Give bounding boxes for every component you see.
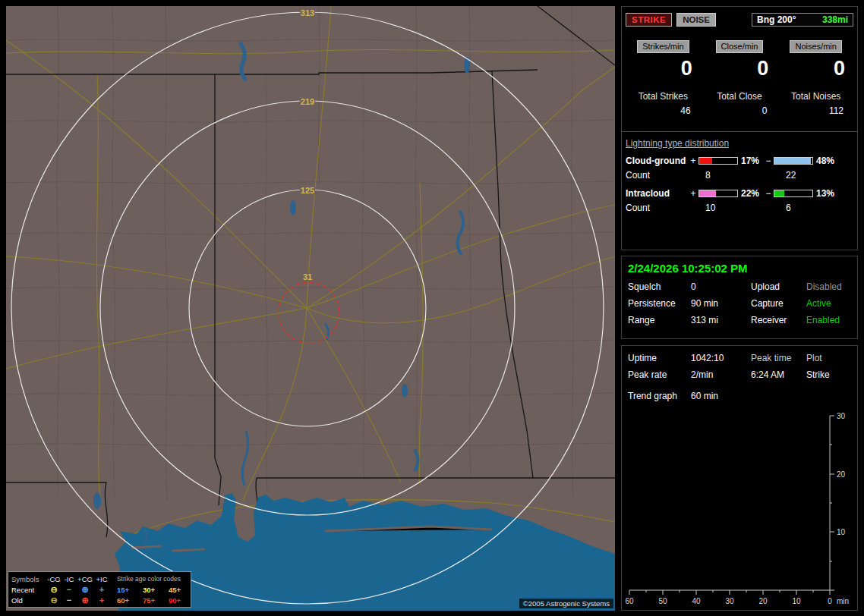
x-tick-60: 60 <box>625 597 634 605</box>
total-strikes-value: 46 <box>625 105 702 116</box>
y-tick-10: 10 <box>837 528 846 536</box>
pos-ic-recent-icon: + <box>93 586 110 594</box>
ic-minus-count: 6 <box>786 203 791 213</box>
uptime-row: Uptime 1042:10 Peak time Plot <box>628 353 851 363</box>
legend-label-old: Old <box>11 596 46 605</box>
y-tick-20: 20 <box>837 470 846 479</box>
capture-status: Active <box>806 298 851 309</box>
timestamp: 2/24/2026 10:25:02 PM <box>628 262 851 275</box>
receiver-label: Receiver <box>751 315 806 325</box>
cg-plus-bar <box>698 157 738 165</box>
cloud-ground-label: Cloud-ground <box>626 156 689 166</box>
trend-graph: 30 20 10 60 50 40 30 20 10 0 min <box>623 410 857 608</box>
cg-minus-count: 22 <box>786 170 796 181</box>
legend-row-old: Old ⊖ − ⊕ + 60+ 75+ 90+ <box>11 595 188 605</box>
legend-age-header: Strike age color codes <box>110 575 188 583</box>
ic-plus-count: 10 <box>705 203 715 213</box>
map-canvas: 313 219 125 31 <box>6 6 615 611</box>
noises-per-min-column: Noises/min 0 Total Noises 112 <box>777 39 854 116</box>
plot-label: Plot <box>806 353 851 363</box>
x-tick-30: 30 <box>725 597 734 605</box>
persistence-value: 90 min <box>691 298 751 309</box>
uptime-value: 1042:10 <box>691 353 751 363</box>
counters-section: STRIKE NOISE Bng 200° 338mi Strikes/min … <box>621 6 858 250</box>
neg-ic-old-icon: − <box>61 596 77 605</box>
total-strikes-label: Total Strikes <box>625 91 702 102</box>
noises-per-min-chip[interactable]: Noises/min <box>790 40 841 53</box>
total-close-label: Total Close <box>702 91 778 102</box>
noise-mode-button[interactable]: NOISE <box>676 13 716 27</box>
legend-age: 15+ <box>110 586 136 594</box>
upload-label: Upload <box>751 281 806 292</box>
persistence-label: Persistence <box>628 298 691 309</box>
ic-minus-bar <box>774 190 813 197</box>
ring-label-inner: 31 <box>303 272 312 281</box>
legend-age: 30+ <box>136 586 162 594</box>
total-noises-value: 112 <box>777 105 854 116</box>
x-tick-50: 50 <box>658 597 667 605</box>
section-divider <box>622 131 857 132</box>
peak-time-label: Peak time <box>751 353 806 363</box>
legend-age: 45+ <box>162 586 188 594</box>
legend-col-neg-cg: -CG <box>46 575 61 583</box>
total-close-value: 0 <box>702 105 778 116</box>
cg-minus-bar-fill <box>774 158 811 164</box>
intracloud-row: Intracloud + 22% − 13% <box>622 188 857 199</box>
trend-graph-row: Trend graph 60 min <box>628 391 851 401</box>
stats-panel: STRIKE NOISE Bng 200° 338mi Strikes/min … <box>621 6 858 611</box>
ic-plus-bar <box>698 190 738 197</box>
lightning-map[interactable]: 313 219 125 31 Symbols -CG -IC +CG +IC S… <box>6 6 615 611</box>
plus-sign: + <box>689 188 697 199</box>
legend-row-recent: Recent ⊖ − ⊕ + 15+ 30+ 45+ <box>11 584 188 595</box>
minus-sign: − <box>765 156 772 166</box>
cg-plus-bar-fill <box>699 158 712 164</box>
noises-per-min-value: 0 <box>777 58 854 79</box>
neg-cg-old-icon: ⊖ <box>46 596 61 605</box>
legend-age: 75+ <box>136 596 162 605</box>
x-axis-unit: min <box>837 597 849 605</box>
distribution-title: Lightning type distribution <box>626 138 853 149</box>
cloud-ground-counts: Count 8 22 <box>622 170 857 181</box>
plot-value: Strike <box>806 369 851 380</box>
peak-rate-label: Peak rate <box>628 369 691 380</box>
plus-sign: + <box>689 156 697 166</box>
count-label: Count <box>626 170 650 181</box>
peak-rate-value: 2/min <box>691 369 751 380</box>
bearing-value: 338mi <box>822 14 848 25</box>
bearing-display: Bng 200° 338mi <box>752 13 853 27</box>
pos-cg-old-icon: ⊕ <box>77 596 93 605</box>
total-noises-label: Total Noises <box>777 91 854 102</box>
ring-label-third: 219 <box>301 97 314 106</box>
strikes-per-min-chip[interactable]: Strikes/min <box>637 40 689 53</box>
close-per-min-value: 0 <box>702 58 778 79</box>
status-row: Squelch 0 Upload Disabled <box>628 281 851 292</box>
intracloud-label: Intracloud <box>626 188 689 199</box>
cg-plus-pct: 17% <box>739 156 765 166</box>
status-row: Persistence 90 min Capture Active <box>628 298 851 309</box>
legend-col-pos-cg: +CG <box>77 575 93 583</box>
legend-age: 90+ <box>162 596 188 605</box>
cloud-ground-row: Cloud-ground + 17% − 48% <box>622 156 857 166</box>
intracloud-counts: Count 10 6 <box>622 203 857 214</box>
strikes-per-min-value: 0 <box>625 58 702 79</box>
neg-ic-recent-icon: − <box>61 586 77 594</box>
x-tick-10: 10 <box>792 597 801 605</box>
ic-plus-bar-fill <box>699 190 716 196</box>
peak-time-value: 6:24 AM <box>751 369 806 380</box>
close-per-min-column: Close/min 0 Total Close 0 <box>702 39 778 116</box>
pos-cg-recent-icon: ⊕ <box>77 586 93 594</box>
legend-symbols-header: Symbols <box>11 575 46 583</box>
x-tick-40: 40 <box>692 597 701 605</box>
upload-status: Disabled <box>806 281 851 292</box>
ic-minus-pct: 13% <box>815 188 836 199</box>
minus-sign: − <box>765 188 772 199</box>
count-label: Count <box>626 203 650 213</box>
close-per-min-chip[interactable]: Close/min <box>716 40 764 53</box>
map-legend: Symbols -CG -IC +CG +IC Strike age color… <box>8 571 191 608</box>
legend-col-pos-ic: +IC <box>93 575 110 583</box>
peak-rate-row: Peak rate 2/min 6:24 AM Strike <box>628 369 851 380</box>
trend-axes <box>629 416 830 590</box>
trend-graph-window: 60 min <box>691 391 751 401</box>
strike-mode-button[interactable]: STRIKE <box>626 13 672 27</box>
ic-plus-pct: 22% <box>739 188 765 199</box>
